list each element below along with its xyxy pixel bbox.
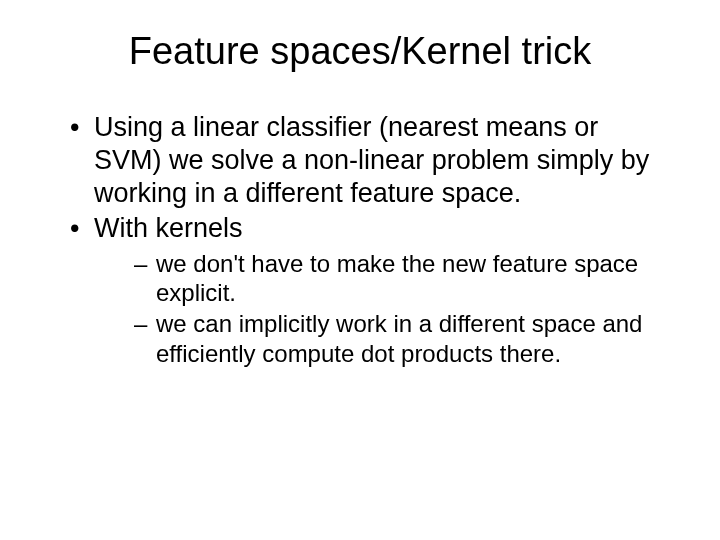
bullet-item: Using a linear classifier (nearest means…: [70, 111, 670, 210]
bullet-list: Using a linear classifier (nearest means…: [50, 111, 670, 368]
slide-title: Feature spaces/Kernel trick: [50, 30, 670, 73]
bullet-item: With kernels we don't have to make the n…: [70, 212, 670, 368]
sub-item: we can implicitly work in a different sp…: [134, 309, 670, 368]
sub-list: we don't have to make the new feature sp…: [94, 249, 670, 368]
bullet-text: With kernels: [94, 213, 243, 243]
sub-text: we don't have to make the new feature sp…: [156, 250, 638, 306]
sub-item: we don't have to make the new feature sp…: [134, 249, 670, 308]
sub-text: we can implicitly work in a different sp…: [156, 310, 642, 366]
bullet-text: Using a linear classifier (nearest means…: [94, 112, 649, 208]
